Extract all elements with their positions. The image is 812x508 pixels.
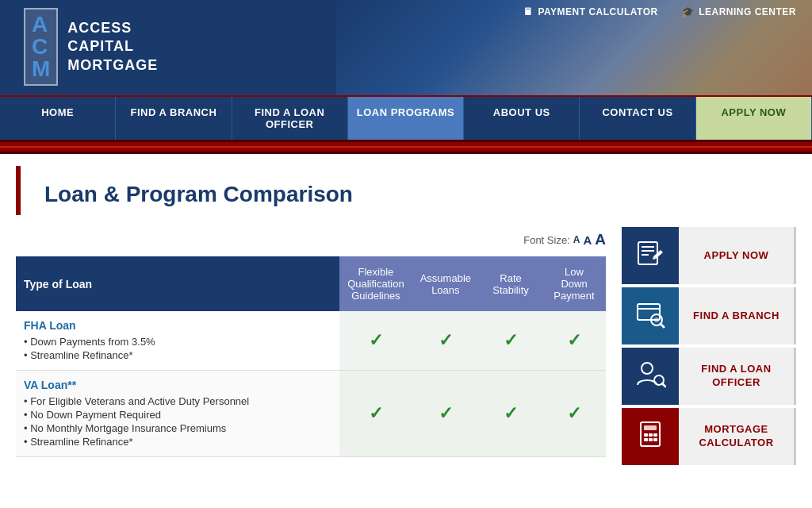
nav-home[interactable]: HOME bbox=[0, 97, 116, 140]
nav-about-us[interactable]: ABOUT US bbox=[464, 97, 580, 140]
learning-center-icon: 🎓 bbox=[682, 6, 695, 17]
sidebar-find-loan-officer[interactable]: FIND A LOAN OFFICER bbox=[622, 348, 796, 405]
svg-rect-0 bbox=[638, 242, 657, 264]
header: 🖩 PAYMENT CALCULATOR 🎓 LEARNING CENTER A… bbox=[0, 0, 812, 95]
font-size-large[interactable]: A bbox=[595, 231, 606, 248]
person-search-icon bbox=[634, 358, 666, 395]
page-title-section: Loan & Program Comparison bbox=[16, 166, 796, 215]
svg-rect-19 bbox=[644, 438, 648, 441]
checkmark: ✓ bbox=[504, 403, 518, 423]
pencil-icon bbox=[634, 237, 666, 275]
check-cell-col4: ✓ bbox=[542, 371, 606, 457]
svg-rect-20 bbox=[649, 438, 653, 441]
nav-contact-us[interactable]: CONTACT US bbox=[580, 97, 695, 140]
col-low-down: Low Down Payment bbox=[542, 256, 606, 311]
checkmark: ✓ bbox=[369, 330, 383, 350]
checkmark: ✓ bbox=[567, 330, 581, 350]
logo-line-3: MORTGAGE bbox=[67, 56, 158, 75]
loan-name[interactable]: VA Loan** bbox=[24, 379, 331, 391]
logo-letters: A C M bbox=[32, 13, 50, 80]
loan-cell-0: FHA LoanDown Payments from 3.5%Streamlin… bbox=[16, 311, 339, 371]
sidebar-find-branch[interactable]: FIND A BRANCH bbox=[622, 287, 796, 344]
apply-now-label: APPLY NOW bbox=[679, 227, 796, 284]
check-cell-col2: ✓ bbox=[412, 371, 479, 457]
logo-line-2: CAPITAL bbox=[67, 37, 158, 56]
find-branch-icon-box bbox=[622, 287, 679, 344]
decorative-bars bbox=[0, 140, 812, 154]
table-row: FHA LoanDown Payments from 3.5%Streamlin… bbox=[16, 311, 606, 371]
find-loan-officer-label: FIND A LOAN OFFICER bbox=[679, 348, 796, 405]
svg-point-10 bbox=[654, 318, 659, 322]
main-nav: HOME FIND A BRANCH FIND A LOAN OFFICER L… bbox=[0, 95, 812, 140]
checkmark: ✓ bbox=[439, 403, 453, 423]
font-size-medium[interactable]: A bbox=[583, 233, 592, 247]
apply-now-icon-box bbox=[622, 227, 679, 284]
col-flexible: Flexible Qualification Guidelines bbox=[339, 256, 412, 311]
check-cell-col2: ✓ bbox=[412, 311, 479, 371]
search-branch-icon bbox=[634, 298, 666, 335]
check-cell-col1: ✓ bbox=[339, 311, 412, 371]
logo-letter-a: A bbox=[32, 13, 50, 36]
find-branch-label: FIND A BRANCH bbox=[679, 287, 796, 344]
check-cell-col1: ✓ bbox=[339, 371, 412, 457]
find-loan-officer-icon-box bbox=[622, 348, 679, 405]
col-assumable: Assumable Loans bbox=[412, 256, 479, 311]
svg-rect-6 bbox=[638, 304, 660, 320]
font-size-bar: Font Size: A A A bbox=[16, 227, 606, 256]
calculator-icon bbox=[634, 418, 666, 456]
mortgage-calc-icon-box bbox=[622, 408, 679, 465]
logo-line-1: ACCESS bbox=[67, 19, 158, 37]
learning-center-link[interactable]: 🎓 LEARNING CENTER bbox=[682, 6, 796, 17]
svg-rect-21 bbox=[653, 438, 657, 441]
loan-bullet: Streamline Refinance* bbox=[24, 435, 331, 448]
svg-line-13 bbox=[662, 383, 665, 387]
svg-line-9 bbox=[661, 324, 664, 327]
checkmark: ✓ bbox=[567, 403, 581, 423]
payment-calc-label: PAYMENT CALCULATOR bbox=[538, 6, 657, 17]
mortgage-calculator-label: MORTGAGE CALCULATOR bbox=[679, 408, 796, 465]
svg-rect-15 bbox=[644, 425, 657, 430]
check-cell-col4: ✓ bbox=[542, 311, 606, 371]
check-cell-col3: ✓ bbox=[479, 371, 542, 457]
loan-name[interactable]: FHA Loan bbox=[24, 319, 331, 332]
svg-rect-17 bbox=[649, 433, 653, 437]
loan-bullet: Down Payments from 3.5% bbox=[24, 335, 331, 348]
svg-point-11 bbox=[642, 363, 653, 374]
sidebar-apply-now[interactable]: APPLY NOW bbox=[622, 227, 796, 284]
logo-text: ACCESS CAPITAL MORTGAGE bbox=[67, 19, 158, 75]
checkmark: ✓ bbox=[369, 403, 383, 423]
main-content: Font Size: A A A Type of Loan Flexible Q… bbox=[0, 227, 812, 468]
loan-bullet: No Down Payment Required bbox=[24, 408, 331, 421]
content-area: Font Size: A A A Type of Loan Flexible Q… bbox=[16, 227, 622, 468]
logo-area: A C M ACCESS CAPITAL MORTGAGE bbox=[24, 8, 158, 86]
nav-loan-programs[interactable]: LOAN PROGRAMS bbox=[348, 97, 464, 140]
loan-bullet: For Eligible Veterans and Active Duty Pe… bbox=[24, 394, 331, 408]
page-title: Loan & Program Comparison bbox=[44, 182, 772, 207]
logo-letter-m: M bbox=[32, 58, 50, 80]
comparison-table: Type of Loan Flexible Qualification Guid… bbox=[16, 256, 606, 457]
loan-cell-1: VA Loan**For Eligible Veterans and Activ… bbox=[16, 371, 339, 457]
learning-center-label: LEARNING CENTER bbox=[699, 6, 796, 17]
check-cell-col3: ✓ bbox=[479, 311, 542, 371]
sidebar-mortgage-calculator[interactable]: MORTGAGE CALCULATOR bbox=[622, 408, 796, 465]
loan-bullet: No Monthly Mortgage Insurance Premiums bbox=[24, 421, 331, 435]
payment-calc-icon: 🖩 bbox=[523, 6, 534, 17]
loan-bullet: Streamline Refinance* bbox=[24, 348, 331, 362]
logo-box: A C M bbox=[24, 8, 58, 86]
nav-find-branch[interactable]: FIND A BRANCH bbox=[116, 97, 232, 140]
checkmark: ✓ bbox=[439, 330, 453, 350]
logo-letter-c: C bbox=[32, 36, 50, 58]
nav-find-loan-officer[interactable]: FIND A LOAN OFFICER bbox=[232, 97, 348, 140]
col-rate-stability: Rate Stability bbox=[479, 256, 542, 311]
svg-rect-16 bbox=[644, 433, 648, 437]
font-size-small[interactable]: A bbox=[573, 234, 580, 245]
font-size-label: Font Size: bbox=[523, 234, 570, 246]
table-row: VA Loan**For Eligible Veterans and Activ… bbox=[16, 371, 606, 457]
col-type-of-loan: Type of Loan bbox=[16, 256, 339, 311]
sidebar: APPLY NOW FIND A BRANCH bbox=[622, 227, 796, 468]
checkmark: ✓ bbox=[504, 330, 518, 350]
svg-rect-18 bbox=[653, 433, 657, 437]
nav-apply-now[interactable]: APPLY NOW bbox=[696, 97, 812, 140]
payment-calculator-link[interactable]: 🖩 PAYMENT CALCULATOR bbox=[523, 6, 658, 17]
